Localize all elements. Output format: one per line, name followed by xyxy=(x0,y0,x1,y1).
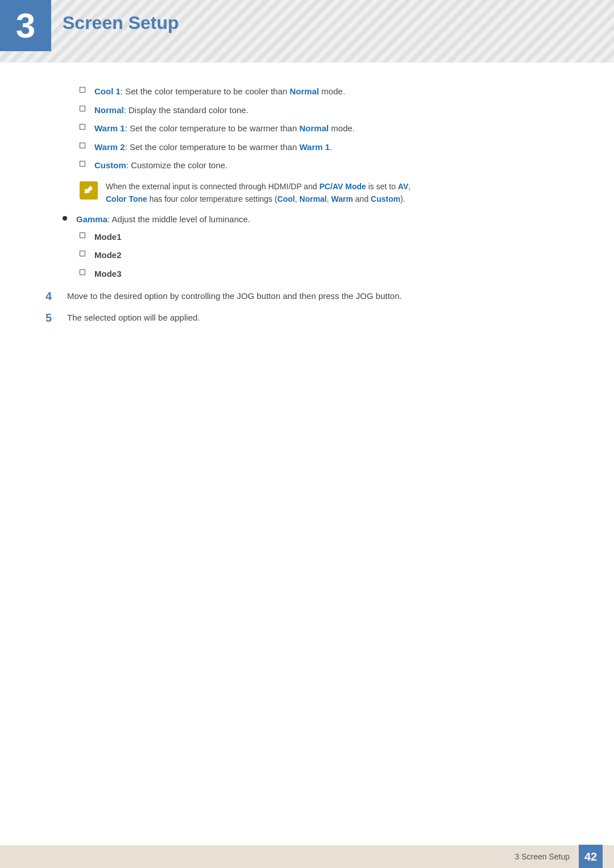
sub-bullet-icon xyxy=(80,124,85,130)
normal-text: : Display the standard color tone. xyxy=(124,105,248,115)
page-footer: 3 Screen Setup 42 xyxy=(0,845,614,868)
list-item: Mode2 xyxy=(34,249,580,262)
note-line1-mid: is set to xyxy=(366,182,398,191)
item-text: Cool 1: Set the color temperature to be … xyxy=(94,85,345,98)
warm1-highlight: Normal xyxy=(299,123,329,133)
list-item: Mode1 xyxy=(34,231,580,244)
note-line2-mid: has four color temperature settings ( xyxy=(147,194,277,203)
sub-bullet-icon xyxy=(80,143,85,148)
mode3-label: Mode3 xyxy=(94,268,122,281)
gamma-modes-list: Mode1 Mode2 Mode3 xyxy=(34,231,580,281)
normal-label: Normal xyxy=(94,105,124,115)
step-4: 4 Move to the desired option by controll… xyxy=(34,288,580,304)
list-item: Warm 2: Set the color temperature to be … xyxy=(34,141,580,154)
note-text: When the external input is connected thr… xyxy=(106,180,410,206)
item-text: Custom: Customize the color tone. xyxy=(94,159,227,172)
note-end: ). xyxy=(400,194,405,203)
note-cool-highlight: Cool xyxy=(277,194,295,203)
gamma-text: Gamma: Adjust the middle level of lumina… xyxy=(76,213,250,226)
sub-bullet-icon xyxy=(80,269,85,275)
note-colortone-highlight: Color Tone xyxy=(106,194,147,203)
warm2-highlight: Warm 1 xyxy=(299,142,330,152)
pencil-note-icon xyxy=(83,185,94,196)
note-sep3: and xyxy=(353,194,371,203)
note-line1-pre: When the external input is connected thr… xyxy=(106,182,320,191)
list-item: Normal: Display the standard color tone. xyxy=(34,104,580,117)
cool1-highlight: Normal xyxy=(290,86,320,96)
note-icon xyxy=(80,181,98,200)
list-item: Custom: Customize the color tone. xyxy=(34,159,580,172)
chapter-number-box: 3 xyxy=(0,0,51,51)
gamma-list: Gamma: Adjust the middle level of lumina… xyxy=(34,213,580,226)
sub-bullet-icon xyxy=(80,106,85,111)
page-title: Screen Setup xyxy=(63,13,179,34)
chapter-number: 3 xyxy=(16,8,35,43)
gamma-desc: : Adjust the middle level of luminance. xyxy=(107,214,250,224)
step-5-number: 5 xyxy=(45,310,57,326)
custom-text: : Customize the color tone. xyxy=(126,160,227,170)
note-custom-highlight: Custom xyxy=(371,194,400,203)
step-5-text: The selected option will be applied. xyxy=(67,310,200,325)
note-av-highlight: AV xyxy=(398,182,408,191)
sub-bullet-icon xyxy=(80,251,85,256)
footer-chapter-ref: 3 Screen Setup xyxy=(515,852,570,861)
step-4-text: Move to the desired option by controllin… xyxy=(67,288,402,303)
color-tone-list: Cool 1: Set the color temperature to be … xyxy=(34,85,580,172)
sub-bullet-icon xyxy=(80,232,85,238)
mode2-label: Mode2 xyxy=(94,249,122,262)
cool1-text: : Set the color temperature to be cooler… xyxy=(121,86,290,96)
step-4-number: 4 xyxy=(45,288,57,304)
cool1-text2: mode. xyxy=(319,86,345,96)
gamma-item: Gamma: Adjust the middle level of lumina… xyxy=(34,213,580,226)
list-item: Mode3 xyxy=(34,268,580,281)
note-warm-highlight: Warm xyxy=(331,194,353,203)
sub-bullet-icon xyxy=(80,161,85,167)
note-sep2: , xyxy=(327,194,331,203)
item-text: Normal: Display the standard color tone. xyxy=(94,104,248,117)
step-5: 5 The selected option will be applied. xyxy=(34,310,580,326)
footer-page-number: 42 xyxy=(579,845,603,868)
custom-label: Custom xyxy=(94,160,126,170)
warm1-text: : Set the color temperature to be warmer… xyxy=(125,123,300,133)
note-normal-highlight: Normal xyxy=(300,194,327,203)
item-text: Warm 2: Set the color temperature to be … xyxy=(94,141,332,154)
gamma-label: Gamma xyxy=(76,214,107,224)
list-item: Warm 1: Set the color temperature to be … xyxy=(34,122,580,135)
note-pcav-highlight: PC/AV Mode xyxy=(320,182,366,191)
warm2-text2: . xyxy=(330,142,332,152)
cool1-label: Cool 1 xyxy=(94,86,121,96)
note-sep1: , xyxy=(295,194,300,203)
warm1-label: Warm 1 xyxy=(94,123,125,133)
list-item: Cool 1: Set the color temperature to be … xyxy=(34,85,580,98)
warm2-label: Warm 2 xyxy=(94,142,125,152)
main-bullet-icon xyxy=(63,216,67,221)
warm1-text2: mode. xyxy=(329,123,355,133)
page-header: 3 Screen Setup xyxy=(0,0,614,63)
mode1-label: Mode1 xyxy=(94,231,122,244)
warm2-text: : Set the color temperature to be warmer… xyxy=(125,142,300,152)
note-box: When the external input is connected thr… xyxy=(80,180,580,206)
main-content: Cool 1: Set the color temperature to be … xyxy=(0,63,614,377)
sub-bullet-icon xyxy=(80,87,85,93)
item-text: Warm 1: Set the color temperature to be … xyxy=(94,122,355,135)
note-comma: , xyxy=(408,182,410,191)
